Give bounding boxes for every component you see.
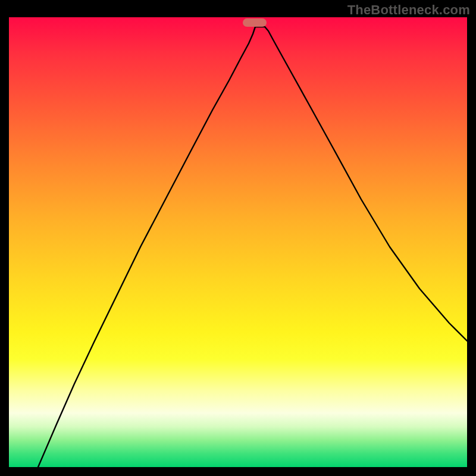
stage: TheBottleneck.com bbox=[0, 0, 476, 476]
watermark-text: TheBottleneck.com bbox=[347, 2, 470, 18]
bottleneck-plot bbox=[9, 17, 467, 467]
optimal-marker bbox=[243, 18, 267, 27]
curve-layer bbox=[9, 17, 467, 467]
bottleneck-curve-path bbox=[38, 27, 467, 467]
